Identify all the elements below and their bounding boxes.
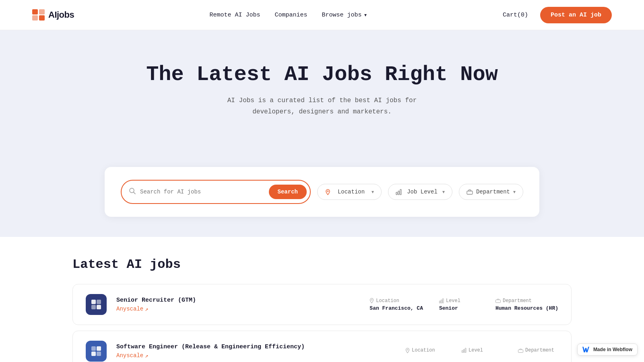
svg-rect-3 (39, 15, 45, 21)
company-logo-1 (86, 294, 107, 315)
svg-line-5 (134, 192, 136, 194)
jobs-section-title: Latest AI jobs (72, 257, 572, 272)
location-chevron-icon: ▾ (372, 189, 374, 195)
svg-rect-10 (467, 191, 473, 194)
job-meta-2: Location Level (405, 348, 558, 355)
webflow-badge-label: Made in Webflow (593, 347, 632, 352)
job-info-1: Senior Recruiter (GTM) Anyscale ↗ (116, 297, 360, 313)
anyscale-logo-icon (90, 298, 102, 311)
dept-meta-icon-2 (518, 348, 523, 353)
nav-companies[interactable]: Companies (275, 12, 308, 19)
job-level-icon (396, 189, 402, 195)
svg-rect-8 (398, 191, 399, 195)
meta-department-1: Department Human Resources (HR) (495, 298, 558, 311)
hero-subtitle: AI Jobs is a curated list of the best AI… (221, 95, 423, 117)
company-link-1[interactable]: Anyscale ↗ (116, 306, 360, 313)
svg-rect-7 (396, 192, 397, 195)
svg-rect-18 (442, 298, 444, 303)
level-meta-icon-2 (462, 348, 466, 353)
svg-rect-28 (518, 350, 523, 352)
hero-title: The Latest AI Jobs Right Now (146, 62, 498, 87)
jobs-section: Latest AI jobs Senior Recruiter (GTM) An… (0, 237, 644, 362)
post-ai-job-button[interactable]: Post an AI job (540, 7, 612, 23)
svg-point-15 (372, 299, 373, 300)
search-button[interactable]: Search (269, 185, 307, 199)
department-icon (466, 189, 473, 195)
svg-rect-12 (97, 300, 101, 304)
logo-text: AIjobs (48, 10, 74, 20)
logo-link[interactable]: AIjobs (32, 9, 74, 21)
level-value-1: Senior (439, 305, 479, 311)
job-level-filter[interactable]: Job Level ▾ (388, 184, 452, 200)
department-filter-label: Department (476, 189, 510, 195)
chevron-down-icon: ▾ (364, 11, 367, 19)
svg-rect-23 (97, 352, 101, 356)
job-info-2: Software Engineer (Release & Engineering… (116, 343, 396, 359)
nav-remote-ai-jobs[interactable]: Remote AI Jobs (210, 12, 260, 19)
svg-rect-17 (441, 300, 442, 303)
webflow-logo-icon (582, 347, 590, 352)
search-input-wrap: Search (121, 180, 311, 204)
job-level-chevron-icon: ▾ (442, 189, 445, 195)
hero-section: The Latest AI Jobs Right Now AI Jobs is … (0, 30, 644, 167)
job-card-2[interactable]: Software Engineer (Release & Engineering… (72, 331, 572, 362)
logo-icon (32, 9, 45, 21)
svg-rect-14 (97, 305, 101, 309)
location-icon (325, 189, 331, 195)
job-title-1: Senior Recruiter (GTM) (116, 297, 360, 304)
svg-rect-13 (91, 305, 96, 309)
company-2-logo-icon (90, 345, 102, 357)
search-icon (129, 187, 136, 197)
svg-rect-21 (97, 346, 101, 351)
job-level-filter-label: Job Level (407, 189, 438, 195)
svg-point-24 (407, 349, 408, 350)
company-logo-2 (86, 341, 107, 362)
search-input[interactable] (140, 189, 269, 195)
location-filter[interactable]: Location ▾ (317, 184, 382, 200)
nav-browse-jobs[interactable]: Browse jobs ▾ (322, 11, 367, 19)
search-row: Search Location ▾ (121, 180, 523, 204)
job-card[interactable]: Senior Recruiter (GTM) Anyscale ↗ Locati… (72, 284, 572, 325)
svg-point-6 (327, 191, 328, 192)
meta-level-2: Level (462, 348, 502, 355)
svg-rect-11 (91, 300, 96, 304)
cart-link[interactable]: Cart(0) (503, 12, 528, 19)
level-meta-icon (439, 298, 444, 303)
dept-value-1: Human Resources (HR) (495, 305, 558, 311)
department-chevron-icon: ▾ (513, 189, 516, 195)
svg-rect-22 (91, 352, 96, 356)
external-link-icon: ↗ (145, 306, 148, 313)
meta-location-1: Location San Francisco, CA (369, 298, 423, 311)
location-meta-icon (369, 298, 374, 303)
location-meta-icon-2 (405, 348, 410, 353)
external-link-icon-2: ↗ (145, 352, 148, 359)
company-link-2[interactable]: Anyscale ↗ (116, 352, 396, 359)
svg-rect-20 (91, 346, 96, 351)
search-section: Search Location ▾ (0, 167, 644, 237)
svg-rect-2 (32, 15, 38, 21)
meta-department-2: Department (518, 348, 558, 355)
svg-rect-16 (439, 301, 440, 303)
job-title-2: Software Engineer (Release & Engineering… (116, 343, 396, 350)
svg-rect-19 (495, 300, 500, 303)
meta-location-2: Location (405, 348, 446, 355)
svg-rect-0 (32, 9, 38, 14)
svg-rect-27 (465, 348, 466, 353)
svg-rect-9 (400, 189, 401, 195)
svg-rect-25 (462, 350, 463, 353)
department-filter[interactable]: Department ▾ (459, 184, 523, 200)
meta-level-1: Level Senior (439, 298, 479, 311)
location-filter-label: Location (338, 189, 365, 195)
svg-rect-1 (39, 9, 45, 14)
svg-rect-26 (464, 350, 465, 353)
navbar: AIjobs Remote AI Jobs Companies Browse j… (0, 0, 644, 30)
webflow-badge: Made in Webflow (577, 343, 638, 356)
job-meta-1: Location San Francisco, CA Level Senior (369, 298, 558, 311)
search-card: Search Location ▾ (105, 167, 539, 217)
nav-links: Remote AI Jobs Companies Browse jobs ▾ (210, 11, 367, 19)
dept-meta-icon (495, 298, 501, 303)
location-value-1: San Francisco, CA (369, 305, 423, 311)
